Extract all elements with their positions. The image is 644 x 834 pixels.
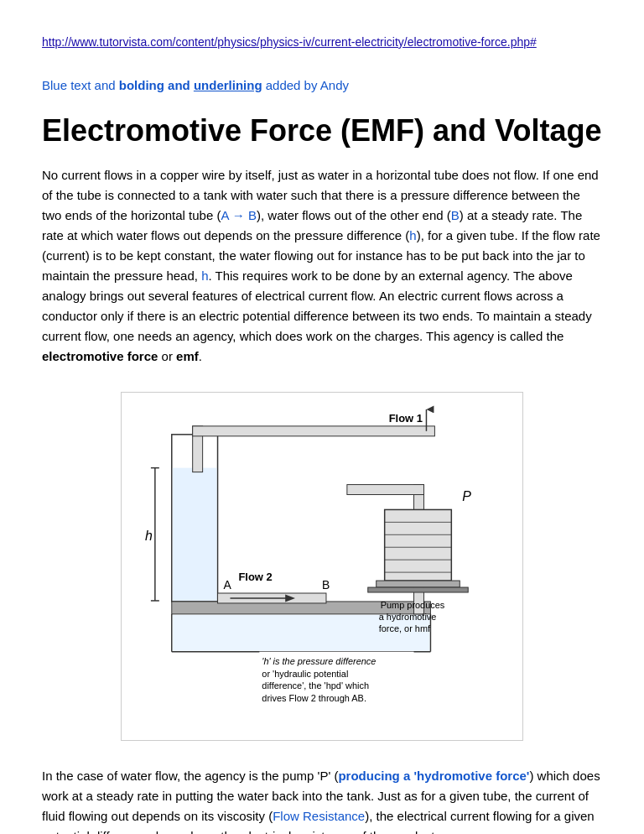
blue-annotation: Blue text and xyxy=(42,78,116,92)
svg-text:h: h xyxy=(145,529,153,543)
bottom-paragraph: In the case of water flow, the agency is… xyxy=(42,766,602,834)
svg-rect-23 xyxy=(385,509,452,581)
svg-text:Pump produces: Pump produces xyxy=(381,600,445,610)
underline-bold-annotation: underlining xyxy=(194,78,262,92)
svg-text:Flow 2: Flow 2 xyxy=(238,571,272,583)
diagram-svg: h A B Flow 2 Flow 1 xyxy=(130,401,514,727)
svg-text:drives Flow 2 through AB.: drives Flow 2 through AB. xyxy=(262,693,366,703)
svg-text:force, or  hmf: force, or hmf xyxy=(379,623,431,633)
svg-rect-29 xyxy=(377,581,460,587)
diagram-container: h A B Flow 2 Flow 1 xyxy=(121,392,523,742)
svg-text:'h' is the pressure difference: 'h' is the pressure difference xyxy=(262,655,376,665)
svg-text:a hydromotive: a hydromotive xyxy=(379,612,437,622)
rest-annotation: added by Andy xyxy=(266,78,349,92)
bold-annotation: bolding and xyxy=(119,78,190,92)
svg-text:or 'hydraulic potential: or 'hydraulic potential xyxy=(262,668,348,678)
svg-rect-20 xyxy=(193,426,435,436)
page-title: Electromotive Force (EMF) and Voltage xyxy=(42,112,602,149)
svg-rect-2 xyxy=(173,467,217,600)
svg-rect-18 xyxy=(347,484,424,494)
svg-rect-30 xyxy=(368,587,468,592)
main-paragraph: No current flows in a copper wire by its… xyxy=(42,165,602,367)
annotation-line: Blue text and bolding and underlining ad… xyxy=(42,76,602,96)
svg-text:B: B xyxy=(322,578,330,592)
svg-text:Flow 1: Flow 1 xyxy=(389,412,423,425)
svg-text:difference', the 'hpd' which: difference', the 'hpd' which xyxy=(262,680,369,691)
svg-text:A: A xyxy=(224,578,232,592)
svg-text:P: P xyxy=(462,489,471,503)
url-link[interactable]: http://www.tutorvista.com/content/physic… xyxy=(42,34,602,51)
